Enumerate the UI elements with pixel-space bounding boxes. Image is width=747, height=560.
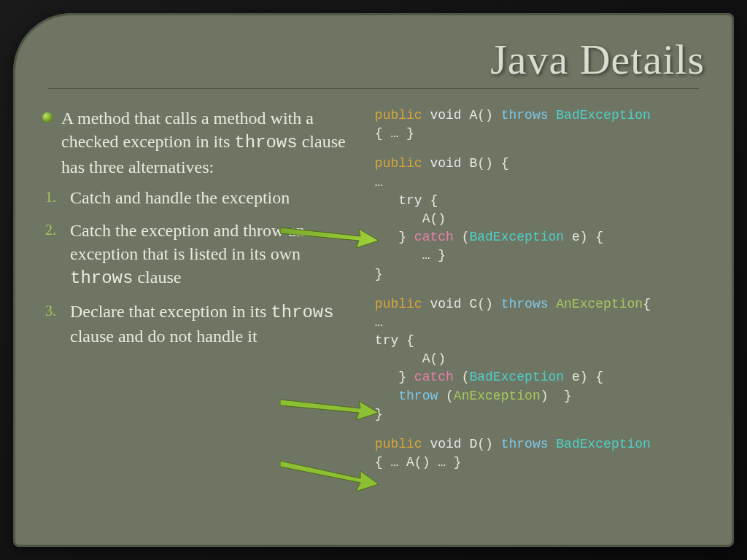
alt-3-code: throws	[271, 303, 333, 322]
exception-anexception: AnException	[549, 297, 643, 311]
exception-badexception: BadException	[469, 370, 564, 384]
intro-code: throws	[234, 133, 297, 152]
kw-catch: catch	[414, 230, 454, 244]
method-d-name: D()	[462, 437, 501, 451]
exception-badexception: BadException	[549, 437, 651, 451]
alt-3-pre: Declare that exception in its	[70, 302, 271, 321]
kw-public: public	[375, 108, 422, 122]
kw-public: public	[375, 437, 422, 451]
kw-catch: catch	[414, 370, 454, 384]
method-b-sig: B() {	[462, 156, 509, 171]
alt-3-post: clause and do not handle it	[70, 327, 258, 346]
exception-badexception: BadException	[549, 108, 651, 122]
kw-void: void	[430, 297, 461, 311]
kw-throws: throws	[501, 437, 549, 451]
exception-anexception: AnException	[454, 389, 541, 403]
paren: (	[454, 230, 470, 244]
kw-void: void	[430, 156, 461, 171]
kw-throw: throw	[375, 389, 438, 403]
right-column: public void A() throws BadException { … …	[375, 106, 705, 483]
svg-marker-2	[280, 461, 379, 491]
arrow-2	[280, 391, 379, 420]
arrow-1	[280, 219, 379, 248]
arrow-3	[280, 456, 379, 493]
method-c-l4: A()	[375, 351, 446, 366]
brace: {	[422, 193, 438, 208]
kw-throws: throws	[501, 297, 549, 311]
alt-2-pre: Catch the exception and throw an excepti…	[70, 221, 305, 263]
alt-1-text: Catch and handle the exception	[70, 188, 290, 207]
kw-void: void	[430, 108, 461, 122]
method-a-body: { … }	[375, 126, 414, 141]
exception-badexception: BadException	[469, 230, 564, 244]
intro-bullet: A method that calls a method with a chec…	[42, 106, 360, 179]
svg-marker-1	[280, 400, 379, 420]
slide: Java Details A method that calls a metho…	[13, 13, 734, 547]
brace-close: }	[375, 230, 414, 244]
code-method-a: public void A() throws BadException { … …	[375, 106, 705, 143]
alt-3: Declare that exception in its throws cla…	[70, 300, 360, 349]
alternatives-list: Catch and handle the exception Catch the…	[70, 186, 360, 348]
method-d-body: { … A() … }	[375, 455, 462, 470]
catch-rest: e) {	[564, 370, 603, 384]
brace-close: }	[375, 370, 414, 384]
alt-1: Catch and handle the exception	[70, 186, 360, 209]
kw-try: try	[375, 193, 422, 208]
method-b-l2: …	[375, 175, 383, 190]
brace: {	[398, 333, 414, 348]
throw-rest: ) }	[541, 389, 572, 403]
divider	[48, 88, 699, 89]
bullet-icon	[42, 112, 53, 122]
alt-2-post: clause	[133, 268, 181, 287]
kw-public: public	[375, 156, 422, 171]
kw-void: void	[430, 437, 461, 451]
svg-marker-0	[280, 228, 379, 248]
left-column: A method that calls a method with a chec…	[42, 106, 360, 483]
method-a-name: A()	[462, 108, 501, 122]
catch-rest: e) {	[564, 230, 603, 244]
method-b-l6: … }	[375, 248, 446, 262]
method-b-l4: A()	[375, 211, 446, 226]
paren: (	[438, 389, 454, 403]
brace: {	[643, 297, 651, 311]
code-method-b: public void B() { … try { A() } catch (B…	[375, 155, 705, 283]
intro-text: A method that calls a method with a chec…	[61, 106, 360, 179]
kw-try: try	[375, 333, 398, 348]
method-b-l7: }	[375, 267, 383, 281]
method-c-name: C()	[462, 297, 501, 311]
kw-public: public	[375, 297, 422, 311]
code-method-c: public void C() throws AnException{ … tr…	[375, 295, 705, 424]
kw-throws: throws	[501, 108, 549, 122]
alt-2-code: throws	[70, 268, 133, 288]
columns: A method that calls a method with a chec…	[42, 106, 705, 483]
slide-title: Java Details	[42, 35, 705, 84]
code-method-d: public void D() throws BadException { … …	[375, 435, 705, 472]
method-c-l2: …	[375, 315, 383, 330]
paren: (	[454, 370, 470, 384]
